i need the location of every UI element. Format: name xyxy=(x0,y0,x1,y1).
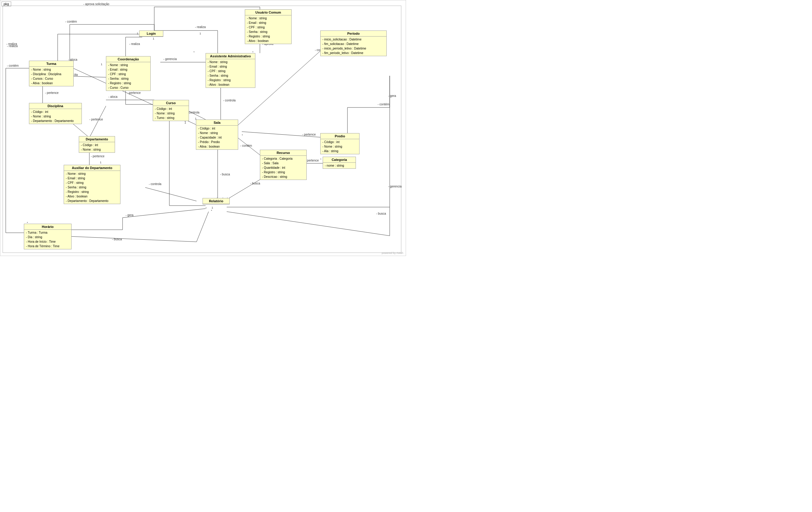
class-coordenacao-body: - Nome : string - Email : string - CPF :… xyxy=(106,62,150,91)
class-periodo: Período - inicio_solicitacao : Datetime … xyxy=(320,30,387,56)
class-recurso-header: Recurso xyxy=(260,150,307,156)
svg-text:- contém: - contém xyxy=(240,144,252,147)
svg-text:- gera: - gera xyxy=(125,214,134,217)
svg-line-38 xyxy=(89,106,106,138)
svg-text:- pertence: - pertence xyxy=(305,159,319,162)
pkg-label: pkg xyxy=(1,1,11,6)
svg-text:- contém: - contém xyxy=(378,103,389,106)
svg-text:- pertence: - pertence xyxy=(45,91,59,94)
svg-text:- realiza: - realiza xyxy=(6,42,17,46)
class-periodo-body: - inicio_solicitacao : Datetime - fim_so… xyxy=(321,36,386,56)
svg-text:- pertence: - pertence xyxy=(302,133,316,136)
class-curso: Curso - Código : int - Nome : string - T… xyxy=(153,100,189,121)
class-turma-body: - Nome : string - Disciplina : Disciplin… xyxy=(29,67,74,86)
svg-text:- controla: - controla xyxy=(149,182,162,186)
class-disciplina-body: - Código : int - Nome : string - Departa… xyxy=(29,109,82,124)
class-sala: Sala - Código : int - Nome : string - Ca… xyxy=(196,119,238,150)
class-predio: Predio - Código : int - Nome : string - … xyxy=(320,133,359,154)
class-predio-body: - Código : int - Nome : string - Ala : s… xyxy=(321,139,359,154)
class-periodo-header: Período xyxy=(321,31,386,36)
class-categoria-header: Categoria xyxy=(323,157,356,163)
svg-text:- pertence: - pertence xyxy=(89,118,103,121)
class-relatorio-header: Relatório xyxy=(203,198,229,204)
class-login-header: Login xyxy=(140,31,163,36)
svg-text:- pertence: - pertence xyxy=(127,91,141,94)
watermark: powered by Astah xyxy=(381,252,403,255)
class-assistente-adm: Assistente Administrativo - Nome : strin… xyxy=(206,53,255,88)
svg-text:- realiza: - realiza xyxy=(129,42,140,46)
svg-text:*: * xyxy=(211,209,212,212)
class-turma-header: Turma xyxy=(29,61,74,67)
svg-text:*: * xyxy=(194,51,195,54)
class-assistente-adm-body: - Nome : string - Email : string - CPF :… xyxy=(206,59,255,88)
class-predio-header: Predio xyxy=(321,134,359,139)
class-disciplina: Disciplina - Código : int - Nome : strin… xyxy=(29,103,82,124)
class-disciplina-header: Disciplina xyxy=(29,103,82,109)
class-usuario-comum-header: Usuário Comum xyxy=(245,10,291,16)
class-assistente-adm-header: Assistente Administrativo xyxy=(206,53,255,59)
class-categoria: Categoria - nome : string xyxy=(323,157,356,169)
class-departamento-body: - Código : int - Nome : string xyxy=(79,142,115,152)
class-horario: Horário - Turma : Turma - Dia : string -… xyxy=(24,224,71,249)
svg-text:*: * xyxy=(320,158,321,161)
svg-text:- contém: - contém xyxy=(65,20,77,23)
class-auxiliar-dept: Auxiliar do Departamento - Nome : string… xyxy=(64,165,120,204)
class-curso-body: - Código : int - Nome : string - Turno :… xyxy=(153,106,188,121)
svg-text:1: 1 xyxy=(137,32,138,35)
class-recurso-body: - Categoria : Categoria - Sala : Sala - … xyxy=(260,156,307,180)
svg-line-80 xyxy=(197,211,209,242)
svg-text:1: 1 xyxy=(153,37,154,40)
class-horario-header: Horário xyxy=(24,224,71,230)
svg-line-67 xyxy=(227,211,390,236)
class-coordenacao-header: Coordenação xyxy=(106,56,150,62)
svg-text:- contém: - contém xyxy=(7,64,19,67)
svg-text:- realiza: - realiza xyxy=(195,25,206,29)
class-departamento: Departamento - Código : int - Nome : str… xyxy=(79,136,115,153)
svg-text:- busca: - busca xyxy=(376,212,386,215)
class-usuario-comum: Usuário Comum - Nome : string - Email : … xyxy=(245,9,292,44)
svg-text:- pertence: - pertence xyxy=(91,154,105,158)
svg-text:- busca: - busca xyxy=(220,173,230,176)
svg-text:1: 1 xyxy=(100,161,102,164)
svg-text:- aloca: - aloca xyxy=(108,95,117,98)
svg-text:1: 1 xyxy=(101,63,102,66)
class-login: Login xyxy=(139,30,163,37)
svg-text:- gerencia: - gerencia xyxy=(163,57,177,61)
class-auxiliar-dept-body: - Nome : string - Email : string - CPF :… xyxy=(64,171,120,204)
svg-line-54 xyxy=(236,136,263,157)
svg-text:- busca: - busca xyxy=(112,237,122,241)
class-sala-body: - Código : int - Nome : string - Capacid… xyxy=(196,125,238,149)
class-coordenacao: Coordenação - Nome : string - Email : st… xyxy=(106,56,151,91)
class-relatorio: Relatório xyxy=(203,198,230,204)
class-turma: Turma - Nome : string - Disciplina : Dis… xyxy=(29,61,74,86)
svg-text:1: 1 xyxy=(212,206,213,209)
diagram-canvas: pkg - aprova solicitação - contém - real… xyxy=(0,0,406,256)
svg-text:- aprova solicitação: - aprova solicitação xyxy=(83,2,110,6)
svg-text:*: * xyxy=(206,207,207,210)
class-curso-header: Curso xyxy=(153,100,188,106)
class-sala-header: Sala xyxy=(196,120,238,125)
class-categoria-body: - nome : string xyxy=(323,163,356,168)
class-usuario-comum-body: - Nome : string - Email : string - CPF :… xyxy=(245,16,291,44)
svg-line-74 xyxy=(122,208,206,218)
svg-text:1: 1 xyxy=(184,121,186,124)
svg-text:- gera: - gera xyxy=(388,94,396,97)
class-horario-body: - Turma : Turma - Dia : string - Hora de… xyxy=(24,230,71,249)
class-auxiliar-dept-header: Auxiliar do Departamento xyxy=(64,165,120,171)
svg-line-79 xyxy=(56,236,197,242)
svg-line-48 xyxy=(242,132,326,138)
svg-text:- controla: - controla xyxy=(223,99,236,102)
svg-line-58 xyxy=(145,188,197,201)
svg-text:- gerencia: - gerencia xyxy=(388,185,402,188)
svg-text:1: 1 xyxy=(200,32,201,35)
svg-text:*: * xyxy=(242,134,243,137)
svg-text:- realiza: - realiza xyxy=(7,45,18,48)
class-departamento-header: Departamento xyxy=(79,137,115,142)
class-recurso: Recurso - Categoria : Categoria - Sala :… xyxy=(260,150,307,180)
svg-text:- busca: - busca xyxy=(250,182,260,185)
